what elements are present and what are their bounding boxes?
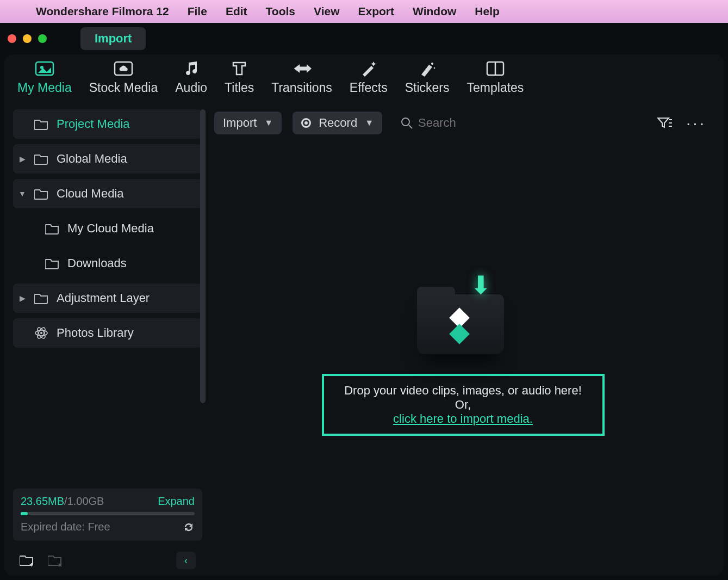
more-icon[interactable]: ··· [683, 114, 710, 132]
disclosure-down-icon[interactable]: ▼ [18, 189, 26, 198]
storage-progress-bar [21, 512, 195, 515]
folder-icon [45, 257, 60, 269]
media-icon [35, 61, 54, 76]
search-field[interactable] [401, 116, 538, 130]
delete-folder-icon[interactable] [48, 554, 63, 567]
menubar-window[interactable]: Window [413, 5, 456, 18]
mac-menubar: Wondershare Filmora 12 File Edit Tools V… [0, 0, 728, 23]
svg-point-4 [433, 67, 435, 69]
record-dropdown[interactable]: Record ▼ [293, 112, 382, 134]
tab-stickers[interactable]: Stickers [405, 61, 450, 95]
menubar-export[interactable]: Export [358, 5, 395, 18]
tab-label: Stickers [405, 81, 450, 95]
storage-usage: 23.65MB/1.00GB [21, 495, 104, 508]
svg-point-11 [402, 118, 409, 126]
tab-effects[interactable]: Effects [350, 61, 388, 95]
sidebar-item-project-media[interactable]: Project Media [13, 109, 202, 139]
sidebar-scrollbar[interactable] [200, 109, 206, 403]
sidebar-item-label: My Cloud Media [67, 221, 154, 236]
collapse-sidebar-button[interactable]: ‹ [176, 552, 196, 569]
primary-tab-bar: My Media Stock Media Audio Titles [4, 54, 724, 105]
sticker-icon [418, 61, 437, 76]
menubar-edit[interactable]: Edit [226, 5, 247, 18]
menubar-view[interactable]: View [314, 5, 339, 18]
chevron-down-icon: ▼ [365, 118, 374, 128]
refresh-icon[interactable] [183, 521, 195, 533]
menubar-app-name[interactable]: Wondershare Filmora 12 [36, 5, 169, 18]
tab-label: My Media [17, 81, 72, 95]
svg-point-3 [431, 63, 433, 65]
media-main-panel: Import ▼ Record ▼ [207, 105, 724, 576]
folder-icon [45, 223, 60, 235]
record-label: Record [319, 116, 357, 130]
sidebar-item-label: Photos Library [57, 326, 134, 340]
storage-expiry-text: Expired date: Free [21, 521, 110, 533]
sidebar-item-global-media[interactable]: ▶ Global Media [13, 144, 202, 174]
minimize-window-button[interactable] [23, 34, 32, 43]
sidebar-item-label: Adjustment Layer [57, 291, 150, 305]
menubar-tools[interactable]: Tools [266, 5, 295, 18]
wand-icon [359, 61, 378, 76]
storage-total: /1.00GB [64, 495, 104, 507]
svg-point-7 [40, 332, 42, 334]
folder-icon [34, 153, 49, 165]
tab-templates[interactable]: Templates [467, 61, 524, 95]
new-folder-icon[interactable] [20, 554, 35, 567]
folder-icon [34, 292, 49, 304]
spacer [18, 120, 26, 128]
menubar-help[interactable]: Help [475, 5, 500, 18]
sidebar-footer: ‹ [13, 546, 202, 571]
tab-label: Transitions [271, 81, 332, 95]
drop-instruction-text: Drop your video clips, images, or audio … [344, 384, 582, 411]
folder-icon [34, 188, 49, 200]
disclosure-right-icon[interactable]: ▶ [18, 294, 26, 303]
media-sidebar: Project Media ▶ Global Media ▼ Cloud Med… [4, 105, 207, 576]
drop-folder-illustration: ⬇ [412, 274, 515, 361]
tab-label: Stock Media [89, 81, 158, 95]
tab-label: Effects [350, 81, 388, 95]
sidebar-item-label: Project Media [57, 117, 130, 131]
storage-used: 23.65MB [21, 495, 64, 507]
storage-expand-link[interactable]: Expand [158, 495, 195, 508]
workspace: Project Media ▶ Global Media ▼ Cloud Med… [4, 105, 724, 576]
import-mode-chip[interactable]: Import [80, 27, 146, 50]
template-icon [486, 61, 505, 76]
maximize-window-button[interactable] [38, 34, 47, 43]
close-window-button[interactable] [8, 34, 16, 43]
menubar-file[interactable]: File [188, 5, 207, 18]
import-dropdown[interactable]: Import ▼ [214, 112, 282, 134]
sidebar-item-downloads[interactable]: Downloads [13, 249, 202, 278]
music-icon [182, 61, 201, 76]
window-titlebar: Import [0, 23, 728, 54]
text-icon [229, 61, 249, 76]
search-input[interactable] [418, 116, 538, 130]
tab-label: Audio [175, 81, 207, 95]
chevron-down-icon: ▼ [264, 118, 273, 128]
import-label: Import [223, 116, 257, 130]
download-arrow-icon: ⬇ [470, 270, 491, 300]
filter-icon[interactable] [657, 116, 672, 129]
tab-titles[interactable]: Titles [225, 61, 254, 95]
media-toolbar: Import ▼ Record ▼ [212, 109, 714, 143]
media-drop-zone[interactable]: ⬇ Drop your video clips, images, or audi… [212, 143, 714, 566]
tab-audio[interactable]: Audio [175, 61, 207, 95]
sidebar-item-cloud-media[interactable]: ▼ Cloud Media [13, 179, 202, 208]
tab-stock-media[interactable]: Stock Media [89, 61, 158, 95]
tab-label: Titles [225, 81, 254, 95]
import-media-link[interactable]: click here to import media. [393, 412, 533, 425]
tab-transitions[interactable]: Transitions [271, 61, 332, 95]
disclosure-right-icon[interactable]: ▶ [18, 155, 26, 163]
tab-my-media[interactable]: My Media [17, 61, 72, 95]
tab-label: Templates [467, 81, 524, 95]
app-window: Import My Media Stock Media Audio [0, 23, 728, 580]
sidebar-item-adjustment-layer[interactable]: ▶ Adjustment Layer [13, 283, 202, 313]
record-icon [301, 118, 311, 128]
spacer [18, 329, 26, 337]
sidebar-item-label: Downloads [67, 256, 127, 270]
sidebar-item-my-cloud-media[interactable]: My Cloud Media [13, 214, 202, 243]
atom-icon [34, 326, 49, 340]
window-traffic-lights [8, 34, 47, 43]
chevron-left-icon: ‹ [184, 555, 188, 566]
drop-instruction-box: Drop your video clips, images, or audio … [322, 374, 605, 436]
sidebar-item-photos-library[interactable]: Photos Library [13, 318, 202, 348]
